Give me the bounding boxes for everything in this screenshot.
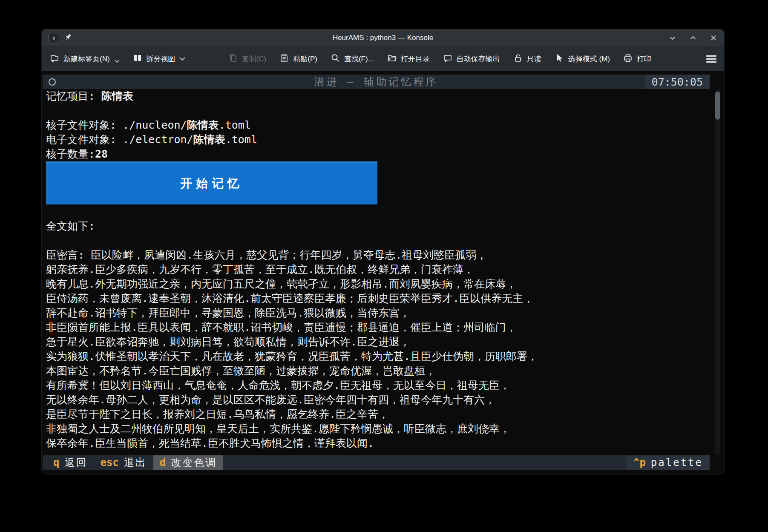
- fulltext-label: 全文如下:: [46, 219, 724, 233]
- text-line: 本图宦达，不矜名节.今臣亡国贱俘，至微至陋，过蒙拔擢，宠命优渥，岂敢盘桓，: [46, 364, 724, 378]
- konsole-window: › HeurAMS : python3 — Konsole: [41, 29, 725, 474]
- select-mode-button[interactable]: 选择模式 (M): [554, 53, 610, 65]
- electron-path-line: 电子文件对象: ./electron/陈情表.toml: [46, 132, 724, 147]
- printer-icon: [623, 53, 633, 65]
- text-line: 晚有儿息.外无期功强近之亲，内无应门五尺之僮，茕茕孑立，形影相吊.而刘夙婴疾病，…: [46, 277, 724, 291]
- app-title: 潜进 – 辅助记忆程序: [43, 75, 710, 89]
- find-label: 查找(F)...: [344, 54, 374, 64]
- text-line: 急于星火.臣欲奉诏奔驰，则刘病日笃，欲苟顺私情，则告诉不许.臣之进退，: [46, 335, 724, 349]
- tui-header-bar: 潜进 – 辅助记忆程序 07:50:05: [43, 75, 710, 89]
- text-line: 实为狼狈.伏惟圣朝以孝治天下，凡在故老，犹蒙矜育，况臣孤苦，特为尤甚.且臣少仕伪…: [46, 349, 724, 364]
- print-button[interactable]: 打印: [623, 53, 651, 65]
- split-view-button[interactable]: 拆分视图: [132, 53, 185, 65]
- autosave-output-label: 自动保存输出: [457, 54, 500, 64]
- nucleon-count-line: 核子数量:28: [46, 147, 724, 161]
- chevron-down-icon: [179, 55, 185, 63]
- toolbar: 新建标签页(N) 拆分视图: [42, 47, 724, 71]
- split-view-icon: [132, 53, 143, 65]
- project-line: 记忆项目: 陈情表: [46, 89, 724, 104]
- project-name: 陈情表: [101, 90, 133, 102]
- text-line: 有所希冀！但以刘日薄西山，气息奄奄，人命危浅，朝不虑夕.臣无祖母，无以至今日，祖…: [46, 378, 724, 393]
- close-icon[interactable]: [710, 34, 717, 42]
- minimize-icon[interactable]: [669, 34, 676, 42]
- text-line: 臣密言: 臣以险衅，夙遭闵凶.生孩六月，慈父见背；行年四岁，舅夺母志.祖母刘愍臣…: [46, 248, 724, 262]
- scrollbar-thumb[interactable]: [715, 92, 720, 120]
- copy-icon: [228, 53, 238, 65]
- open-directory-label: 打开目录: [401, 54, 430, 64]
- text-line: 是臣尽节于陛下之日长，报养刘之日短.乌鸟私情，愿乞终养.臣之辛苦，: [46, 407, 724, 422]
- select-mode-label: 选择模式 (M): [568, 54, 610, 64]
- maximize-icon[interactable]: [689, 34, 697, 42]
- footer-binding-change-theme[interactable]: d改变色调: [153, 455, 223, 470]
- text-line: 臣侍汤药，未曾废离.逮奉圣朝，沐浴清化.前太守臣逵察臣孝廉；后刺史臣荣举臣秀才.…: [46, 291, 724, 306]
- new-tab-icon: [49, 53, 60, 65]
- konsole-app-icon[interactable]: ›: [49, 33, 59, 43]
- footer-binding-palette[interactable]: ^ppalette: [627, 455, 710, 470]
- text-line: 保卒余年.臣生当陨首，死当结草.臣不胜犬马怖惧之情，谨拜表以闻.: [46, 436, 724, 451]
- window-title: HeurAMS : python3 — Konsole: [42, 34, 724, 42]
- new-tab-button[interactable]: 新建标签页(N): [49, 52, 120, 65]
- copy-button[interactable]: 复制(C): [228, 53, 267, 65]
- search-icon: [330, 53, 340, 65]
- clock: 07:50:05: [645, 75, 710, 89]
- text-line: 无以终余年.母孙二人，更相为命，是以区区不能废远.臣密今年四十有四，祖母今年九十…: [46, 393, 724, 407]
- cursor-arrow-icon: [554, 53, 564, 65]
- read-only-button[interactable]: 只读: [513, 53, 541, 65]
- paste-icon: [279, 53, 289, 65]
- pin-icon[interactable]: [64, 33, 72, 43]
- split-view-label: 拆分视图: [147, 54, 175, 64]
- nucleon-count: 28: [95, 148, 108, 160]
- paste-label: 粘贴(P): [293, 54, 317, 64]
- terminal-view[interactable]: 潜进 – 辅助记忆程序 07:50:05 记忆项目: 陈情表 核子文件对象: .…: [42, 71, 724, 474]
- start-memorize-button[interactable]: 开始记忆: [46, 161, 377, 204]
- text-line: 非独蜀之人士及二州牧伯所见明知，皇天后土，实所共鉴.愿陛下矜悯愚诚，听臣微志，庶…: [46, 422, 724, 436]
- autosave-output-button[interactable]: 自动保存输出: [443, 53, 500, 65]
- new-tab-label: 新建标签页(N): [63, 54, 110, 64]
- folder-icon: [387, 53, 397, 65]
- chevron-down-icon: [115, 57, 120, 65]
- footer-binding-quit[interactable]: esc退出: [94, 455, 153, 470]
- text-line: 躬亲抚养.臣少多疾病，九岁不行，零丁孤苦，至于成立.既无伯叔，终鲜兄弟，门衰祚薄…: [46, 262, 724, 277]
- lock-icon: [513, 53, 523, 65]
- paste-button[interactable]: 粘贴(P): [279, 53, 317, 65]
- print-label: 打印: [637, 54, 651, 64]
- footer-binding-back[interactable]: q返回: [47, 455, 94, 470]
- read-only-label: 只读: [527, 54, 541, 64]
- scrollbar-track[interactable]: [715, 89, 720, 455]
- nucleon-path-line: 核子文件对象: ./nucleon/陈情表.toml: [46, 118, 724, 132]
- tui-footer-bar: q返回 esc退出 d改变色调 ^ppalette: [43, 455, 710, 470]
- hamburger-menu-icon[interactable]: [706, 55, 716, 63]
- text-line: 辞不赴命.诏书特下，拜臣郎中，寻蒙国恩，除臣洗马.猥以微贱，当侍东宫，: [46, 306, 724, 320]
- open-directory-button[interactable]: 打开目录: [387, 53, 430, 65]
- text-line: 非臣陨首所能上报.臣具以表闻，辞不就职.诏书切峻，责臣逋慢；郡县逼迫，催臣上道；…: [46, 320, 724, 335]
- titlebar[interactable]: › HeurAMS : python3 — Konsole: [42, 29, 724, 47]
- fulltext-paragraph: 臣密言: 臣以险衅，夙遭闵凶.生孩六月，慈父见背；行年四岁，舅夺母志.祖母刘愍臣…: [46, 248, 724, 451]
- find-button[interactable]: 查找(F)...: [330, 53, 374, 65]
- output-bubble-icon: [443, 53, 453, 65]
- copy-label: 复制(C): [242, 54, 267, 64]
